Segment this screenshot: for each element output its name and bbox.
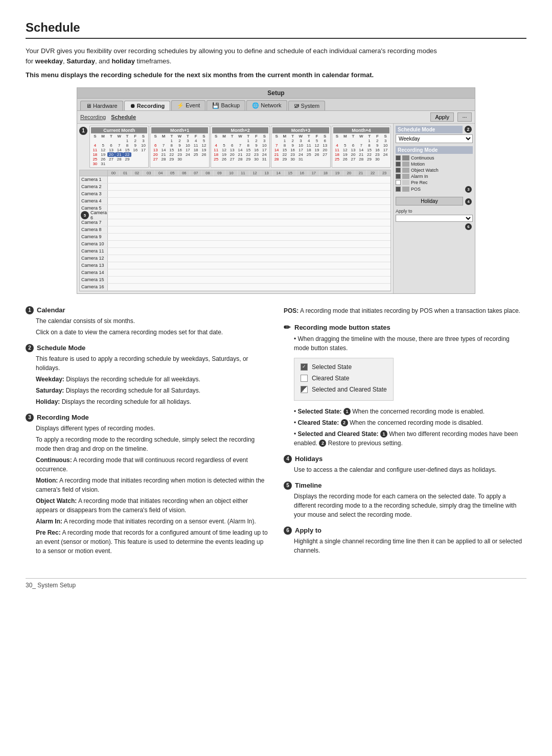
camera-label-15: Camera 15	[80, 277, 108, 283]
hour-20: 20	[343, 170, 355, 176]
mini-cal-2[interactable]: Month+1 SMTWTFS 12345 6789101112 1314151…	[150, 126, 209, 168]
camera-row-8[interactable]: Camera 8	[80, 226, 390, 234]
rec-mode-motion: Motion	[396, 162, 473, 167]
badge-holidays: 4	[284, 455, 292, 463]
timeline-bar-11[interactable]	[108, 248, 390, 255]
apply-to-label: Apply to	[396, 209, 473, 214]
setup-main: 1 Current Month SMTWTFS 123 45678910 111…	[77, 124, 475, 293]
page-title: Schedule	[26, 20, 526, 39]
hour-10: 10	[225, 170, 237, 176]
rec-checkbox-alarm-in[interactable]	[396, 174, 401, 179]
section-body-timeline: Displays the recording mode for each cam…	[284, 492, 526, 519]
ok-button[interactable]: ···	[457, 112, 472, 122]
hour-09: 09	[214, 170, 225, 176]
timeline-bar-8[interactable]	[108, 226, 390, 233]
camera-row-3[interactable]: Camera 3	[80, 191, 390, 198]
camera-row-16[interactable]: Camera 16	[80, 284, 390, 291]
mini-cal-2-header: Month+1	[151, 127, 208, 133]
badge-calendar: 1	[26, 306, 34, 314]
tab-system[interactable]: 🖳 System	[288, 101, 326, 110]
timeline-bar-1[interactable]	[108, 176, 390, 183]
sub-link-schedule[interactable]: Schedule	[111, 114, 136, 120]
mini-cal-3[interactable]: Month+2 SMTWTFS 123 45678910 11121314151…	[211, 126, 270, 168]
camera-row-4[interactable]: Camera 4	[80, 198, 390, 205]
timeline-bar-10[interactable]	[108, 241, 390, 247]
hour-18: 18	[320, 170, 332, 176]
apply-buttons: Apply ···	[428, 112, 472, 122]
section-body-pos: POS: A recording mode that initiates rec…	[284, 306, 526, 315]
camera-row-6[interactable]: 5 Camera 6	[80, 212, 390, 219]
camera-row-13[interactable]: Camera 13	[80, 262, 390, 269]
schedule-mode-select[interactable]: Weekday Saturday Holiday	[396, 134, 473, 143]
timeline-header: 00 01 02 03 04 05 06 07 08 09 10 11 12 1…	[80, 170, 390, 176]
hour-00: 00	[108, 170, 120, 176]
timeline-bar-12[interactable]	[108, 255, 390, 262]
timeline-bar-14[interactable]	[108, 269, 390, 276]
tab-event[interactable]: ⚡ Event	[171, 100, 205, 110]
note-icon: ✏	[284, 323, 290, 332]
camera-label-14: Camera 14	[80, 269, 108, 276]
tab-recording[interactable]: ⏺ Recording	[124, 101, 170, 110]
section-title-calendar: Calendar	[37, 306, 65, 314]
rec-mode-pre-rec: Pre Rec	[396, 180, 473, 185]
rec-checkbox-object-watch[interactable]	[396, 168, 401, 173]
section-title-timeline: Timeline	[295, 482, 322, 489]
section-recording-mode: 3 Recording Mode Displays different type…	[26, 414, 268, 556]
section-body-holidays: Use to access a the calendar and configu…	[284, 465, 526, 474]
apply-button[interactable]: Apply	[430, 112, 454, 122]
timeline-bar-6[interactable]	[108, 212, 390, 219]
timeline-bar-16[interactable]	[108, 284, 390, 290]
hour-15: 15	[285, 170, 296, 176]
camera-row-2[interactable]: Camera 2	[80, 184, 390, 191]
rec-checkbox-motion[interactable]	[396, 162, 401, 167]
section-pos: POS: A recording mode that initiates rec…	[284, 306, 526, 315]
rec-icon-pre-rec	[402, 180, 409, 185]
timeline-bar-15[interactable]	[108, 277, 390, 283]
setup-sub-bar: Recording Schedule Apply ···	[77, 111, 475, 124]
section-title-button-states: Recording mode button states	[294, 324, 390, 331]
timeline-bar-5[interactable]	[108, 205, 390, 212]
hour-12: 12	[249, 170, 261, 176]
mini-cal-4[interactable]: Month+3 SMTWTFS 123456 78910111213 14151…	[271, 126, 330, 168]
rec-checkbox-pre-rec[interactable]	[396, 180, 401, 185]
mini-cal-5[interactable]: Month+4 SMTWTFS 123 45678910 11121314151…	[332, 126, 391, 168]
section-heading-timeline: 5 Timeline	[284, 482, 526, 490]
schedule-mode-title: Schedule Mode	[396, 126, 463, 133]
mini-cal-1-header: Current Month	[91, 127, 147, 133]
timeline-bar-4[interactable]	[108, 198, 390, 204]
camera-row-1[interactable]: Camera 1	[80, 176, 390, 184]
mini-cal-1[interactable]: Current Month SMTWTFS 123 45678910 11121…	[89, 126, 149, 168]
timeline-bar-3[interactable]	[108, 191, 390, 197]
camera-row-10[interactable]: Camera 10	[80, 241, 390, 248]
inline-badge-1: 1	[343, 408, 351, 415]
tab-network[interactable]: 🌐 Network	[246, 100, 287, 110]
badge-apply-to: 6	[284, 526, 292, 535]
camera-row-15[interactable]: Camera 15	[80, 277, 390, 284]
timeline-bar-7[interactable]	[108, 219, 390, 226]
timeline-label-col-header	[80, 170, 108, 176]
camera-row-11[interactable]: Camera 11	[80, 248, 390, 255]
section-heading-holidays: 4 Holidays	[284, 455, 526, 463]
camera-row-5[interactable]: Camera 5	[80, 205, 390, 212]
timeline-bar-2[interactable]	[108, 184, 390, 190]
camera-label-4: Camera 4	[80, 198, 108, 204]
camera-label-9: Camera 9	[80, 234, 108, 240]
rec-checkbox-continuous[interactable]	[396, 155, 401, 161]
tab-hardware[interactable]: 🖥 Hardware	[80, 101, 123, 110]
camera-row-9[interactable]: Camera 9	[80, 234, 390, 241]
rec-checkbox-pos[interactable]	[396, 187, 401, 192]
timeline-bar-13[interactable]	[108, 262, 390, 269]
state-label-selected: Selected State	[312, 362, 352, 372]
camera-row-7[interactable]: Camera 7	[80, 219, 390, 226]
tab-backup[interactable]: 💾 Backup	[206, 100, 245, 110]
camera-row-12[interactable]: Camera 12	[80, 255, 390, 262]
mini-cal-3-header: Month+2	[212, 127, 268, 133]
apply-to-select[interactable]	[396, 215, 473, 222]
camera-label-8: Camera 8	[80, 226, 108, 233]
camera-row-14[interactable]: Camera 14	[80, 269, 390, 277]
holiday-button[interactable]: Holiday	[396, 197, 463, 205]
sub-link-recording[interactable]: Recording	[80, 114, 106, 120]
timeline-bar-9[interactable]	[108, 234, 390, 240]
section-body-apply-to: Highlight a single channel recording tim…	[284, 537, 526, 555]
rec-icon-alarm-in	[402, 174, 409, 179]
